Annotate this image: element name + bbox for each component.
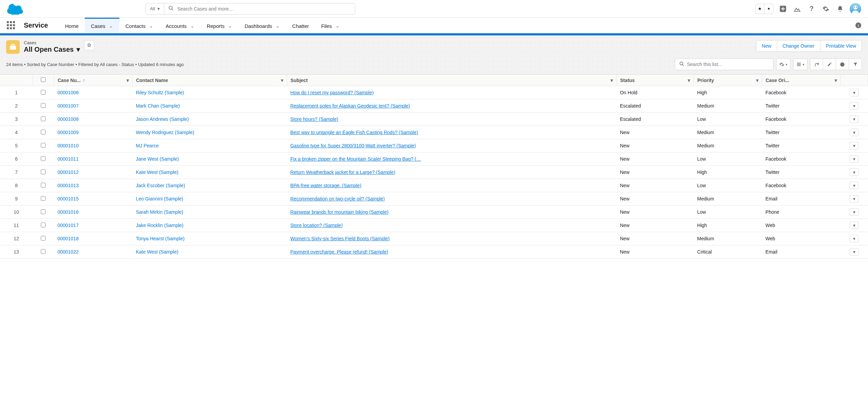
- contact-link[interactable]: Tonya Hearst (Sample): [136, 236, 184, 241]
- row-checkbox[interactable]: [41, 103, 46, 108]
- setup-gear-icon[interactable]: [821, 4, 831, 14]
- row-actions-button[interactable]: ▾: [850, 102, 858, 110]
- case-number-link[interactable]: 00001007: [57, 103, 79, 109]
- subject-link[interactable]: Gasoline type for Super 2800/3100-Watt i…: [290, 143, 416, 148]
- chevron-down-icon[interactable]: ⌄: [109, 23, 113, 29]
- global-search-input[interactable]: [177, 6, 351, 12]
- subject-link[interactable]: Return Weatherback jacket for a Large? (…: [290, 169, 395, 175]
- nav-tab-reports[interactable]: Reports⌄: [201, 18, 239, 33]
- list-view-picker[interactable]: All Open Cases ▾: [24, 45, 80, 53]
- col-subject[interactable]: Subject▾: [287, 75, 616, 86]
- favorites-split-button[interactable]: ★ ▾: [755, 4, 773, 14]
- nav-tab-cases[interactable]: Cases⌄: [85, 18, 119, 33]
- col-contact-name[interactable]: Contact Name▾: [132, 75, 287, 86]
- row-actions-button[interactable]: ▾: [850, 155, 858, 163]
- contact-link[interactable]: Riley Schultz (Sample): [136, 90, 184, 95]
- change-owner-button[interactable]: Change Owner: [777, 40, 820, 52]
- display-as-button[interactable]: ▾: [793, 59, 807, 70]
- contact-link[interactable]: MJ Pearce: [136, 143, 158, 148]
- pin-list-button[interactable]: [84, 40, 94, 50]
- contact-link[interactable]: Kate West (Sample): [136, 169, 178, 175]
- edit-list-button[interactable]: [823, 59, 836, 70]
- chevron-down-icon[interactable]: ⌄: [335, 23, 340, 29]
- notifications-bell-icon[interactable]: [835, 4, 845, 14]
- row-actions-button[interactable]: ▾: [850, 115, 858, 123]
- chevron-down-icon[interactable]: ▾: [281, 78, 283, 83]
- row-actions-button[interactable]: ▾: [850, 168, 858, 176]
- add-icon[interactable]: [778, 4, 788, 14]
- row-checkbox[interactable]: [41, 90, 46, 95]
- case-number-link[interactable]: 00001011: [57, 156, 79, 162]
- row-checkbox[interactable]: [41, 223, 46, 227]
- row-checkbox[interactable]: [41, 183, 46, 188]
- star-icon[interactable]: ★: [755, 4, 764, 14]
- case-number-link[interactable]: 00001010: [57, 143, 79, 148]
- subject-link[interactable]: Rainwear brands for mountain biking (Sam…: [290, 209, 388, 215]
- user-avatar[interactable]: [850, 3, 861, 15]
- case-number-link[interactable]: 00001012: [57, 169, 79, 175]
- chevron-down-icon[interactable]: ⌄: [190, 23, 195, 29]
- subject-link[interactable]: Store hours? (Sample): [290, 116, 338, 122]
- row-actions-button[interactable]: ▾: [850, 208, 858, 216]
- row-checkbox[interactable]: [41, 169, 46, 174]
- list-search-input[interactable]: [687, 62, 769, 67]
- case-number-link[interactable]: 00001006: [57, 90, 79, 95]
- subject-link[interactable]: Recommendation on two-cycle oil? (Sample…: [290, 196, 385, 201]
- col-priority[interactable]: Priority▾: [694, 75, 762, 86]
- chevron-down-icon[interactable]: ▾: [611, 78, 613, 83]
- search-scope-dropdown[interactable]: All ▾: [146, 3, 164, 14]
- chevron-down-icon[interactable]: ▾: [127, 78, 129, 83]
- chevron-down-icon[interactable]: ⌄: [149, 23, 153, 29]
- col-case-number[interactable]: Case Nu...↑▾: [54, 75, 133, 86]
- subject-link[interactable]: How do I reset my password? (Sample): [290, 90, 373, 95]
- chevron-down-icon[interactable]: ▾: [835, 78, 837, 83]
- select-all-checkbox[interactable]: [41, 77, 46, 82]
- nav-tab-files[interactable]: Files⌄: [315, 18, 346, 33]
- chevron-down-icon[interactable]: ▾: [688, 78, 690, 83]
- row-actions-button[interactable]: ▾: [850, 222, 858, 229]
- nav-tab-dashboards[interactable]: Dashboards⌄: [238, 18, 286, 33]
- row-actions-button[interactable]: ▾: [850, 248, 858, 256]
- case-number-link[interactable]: 00001008: [57, 116, 79, 122]
- row-checkbox[interactable]: [41, 130, 46, 134]
- nav-tab-chatter[interactable]: Chatter: [286, 18, 315, 33]
- col-status[interactable]: Status▾: [617, 75, 694, 86]
- row-checkbox[interactable]: [41, 143, 46, 148]
- filter-button[interactable]: [849, 59, 862, 70]
- contact-link[interactable]: Sarah Mirkin (Sample): [136, 209, 183, 215]
- subject-link[interactable]: Best way to untangle an Eagle Fish Casti…: [290, 130, 418, 135]
- row-actions-button[interactable]: ▾: [850, 195, 858, 202]
- contact-link[interactable]: Mark Chan (Sample): [136, 103, 180, 109]
- subject-link[interactable]: BPA-free water storage. (Sample): [290, 183, 361, 188]
- subject-link[interactable]: Fix a broken zipper on the Mountain Scal…: [290, 156, 421, 162]
- nav-tab-contacts[interactable]: Contacts⌄: [119, 18, 160, 33]
- row-actions-button[interactable]: ▾: [850, 142, 858, 149]
- row-checkbox[interactable]: [41, 156, 46, 161]
- new-button[interactable]: New: [756, 40, 777, 52]
- chevron-down-icon[interactable]: ▾: [756, 78, 758, 83]
- contact-link[interactable]: Kate West (Sample): [136, 249, 178, 255]
- contact-link[interactable]: Wendy Rodriguez (Sample): [136, 130, 194, 135]
- case-number-link[interactable]: 00001017: [57, 223, 79, 228]
- row-actions-button[interactable]: ▾: [850, 129, 858, 136]
- chart-button[interactable]: [836, 59, 849, 70]
- info-icon[interactable]: i: [855, 22, 861, 28]
- row-checkbox[interactable]: [41, 196, 46, 201]
- contact-link[interactable]: Jake Rocklin (Sample): [136, 223, 183, 228]
- chevron-down-icon[interactable]: ▾: [764, 4, 773, 14]
- contact-link[interactable]: Leo Giannini (Sample): [136, 196, 183, 201]
- case-number-link[interactable]: 00001016: [57, 209, 79, 215]
- row-checkbox[interactable]: [41, 249, 46, 254]
- help-icon[interactable]: ?: [807, 4, 816, 14]
- row-checkbox[interactable]: [41, 209, 46, 214]
- contact-link[interactable]: Jason Andrews (Sample): [136, 116, 189, 122]
- row-checkbox[interactable]: [41, 116, 46, 121]
- case-number-link[interactable]: 00001018: [57, 236, 79, 241]
- case-number-link[interactable]: 00001015: [57, 196, 79, 201]
- row-actions-button[interactable]: ▾: [850, 235, 858, 242]
- subject-link[interactable]: Store location? (Sample): [290, 223, 343, 228]
- chevron-down-icon[interactable]: ⌄: [276, 23, 280, 29]
- nav-tab-home[interactable]: Home: [59, 18, 85, 33]
- case-number-link[interactable]: 00001009: [57, 130, 79, 135]
- chevron-down-icon[interactable]: ⌄: [228, 23, 232, 29]
